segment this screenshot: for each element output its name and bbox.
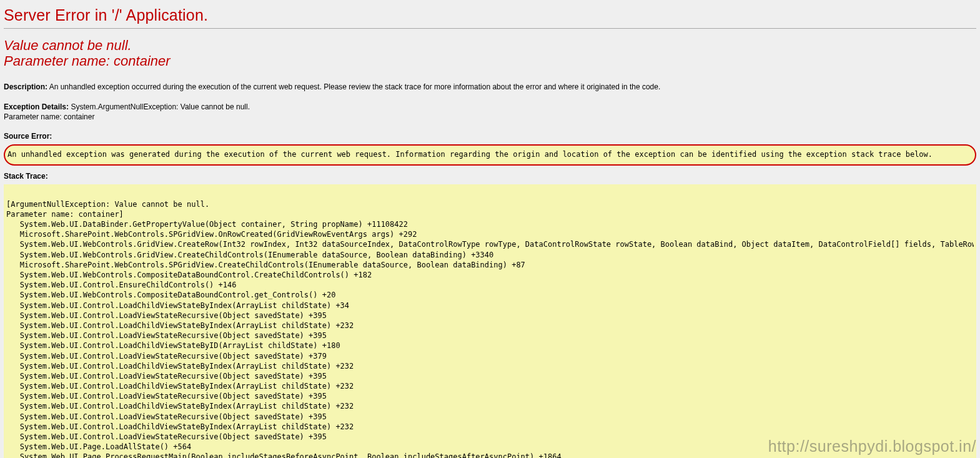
source-error-label: Source Error: <box>4 132 976 141</box>
description-label: Description: <box>4 82 47 91</box>
source-error-callout: An unhandled exception was generated dur… <box>4 144 976 165</box>
source-error-text: An unhandled exception was generated dur… <box>4 144 976 165</box>
stack-trace-box: [ArgumentNullException: Value cannot be … <box>4 184 976 458</box>
description-line: Description: An unhandled exception occu… <box>4 82 976 92</box>
exception-details-line: Exception Details: System.ArgumentNullEx… <box>4 102 976 122</box>
stack-trace-text: [ArgumentNullException: Value cannot be … <box>6 189 974 458</box>
divider <box>4 28 976 29</box>
error-page: Server Error in '/' Application. Value c… <box>0 0 980 458</box>
error-subtitle: Value cannot be null. Parameter name: co… <box>4 37 976 69</box>
error-title: Server Error in '/' Application. <box>4 6 976 24</box>
stack-trace-label: Stack Trace: <box>4 172 976 181</box>
exception-details-label: Exception Details: <box>4 102 69 111</box>
description-text: An unhandled exception occurred during t… <box>49 82 661 91</box>
